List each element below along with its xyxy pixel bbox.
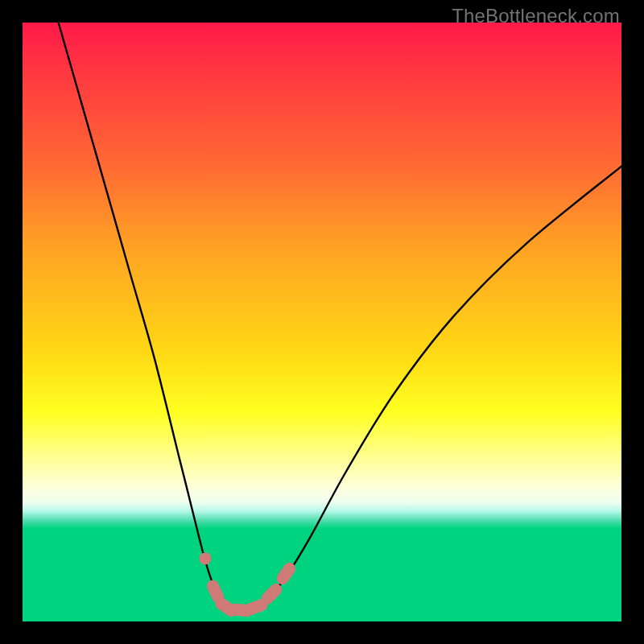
svg-point-0: [199, 552, 211, 564]
bottleneck-curve: [59, 23, 621, 609]
plot-area: [23, 23, 621, 621]
curve-svg: [23, 23, 621, 621]
chart-frame: TheBottleneck.com: [0, 0, 644, 644]
dash-markers: [199, 552, 298, 618]
